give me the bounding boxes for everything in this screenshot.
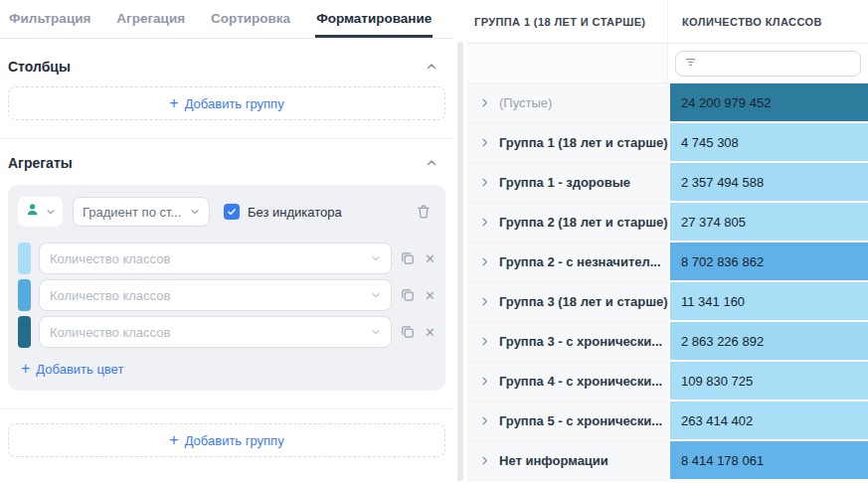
delete-group-button[interactable] [412, 202, 435, 222]
row-label-cell[interactable]: Группа 3 - с хронически... [467, 322, 668, 362]
add-group-button-aggregates[interactable]: + Добавить группу [8, 423, 445, 457]
add-color-label: Добавить цвет [36, 362, 123, 377]
filter-cell-group[interactable] [467, 44, 668, 82]
chevron-up-icon[interactable] [426, 61, 437, 73]
row-label-cell[interactable]: Группа 3 (18 лет и старше) [467, 282, 668, 322]
copy-icon[interactable] [400, 287, 416, 303]
chevron-right-icon[interactable] [479, 137, 490, 148]
remove-color-icon[interactable]: ✕ [425, 289, 435, 302]
panel-scrollbar[interactable] [453, 0, 467, 483]
gradient-color-row: Количество классов ✕ [18, 279, 435, 311]
row-label: Группа 2 - с незначител... [499, 254, 661, 269]
row-value-cell: 24 200 979 452 [668, 83, 868, 123]
scrollbar-thumb[interactable] [457, 42, 463, 481]
chevron-right-icon[interactable] [479, 177, 490, 188]
row-label: Группа 5 - с хронически... [499, 413, 662, 428]
row-label-cell[interactable]: Группа 4 - с хронически... [467, 362, 668, 402]
color-swatch[interactable] [18, 316, 31, 348]
chevron-right-icon[interactable] [479, 296, 490, 307]
remove-color-icon[interactable]: ✕ [425, 326, 435, 339]
remove-color-icon[interactable]: ✕ [425, 252, 435, 265]
data-table: ГРУППА 1 (18 ЛЕТ И СТАРШЕ) КОЛИЧЕСТВО КЛ… [467, 0, 868, 483]
row-value: 4 745 308 [681, 135, 739, 150]
row-label: Группа 4 - с хронически... [499, 374, 662, 389]
table-row: Группа 1 - здоровые 2 357 494 588 [467, 163, 868, 203]
row-value-cell: 27 374 805 [668, 203, 868, 242]
aggregates-section-title: Агрегаты [8, 155, 73, 171]
row-label-cell[interactable]: Группа 2 (18 лет и старше) [467, 203, 668, 242]
chevron-right-icon[interactable] [479, 376, 490, 387]
row-value: 11 341 160 [681, 294, 745, 309]
field-select[interactable]: Количество классов [39, 279, 392, 311]
column-header-group[interactable]: ГРУППА 1 (18 ЛЕТ И СТАРШЕ) [467, 0, 668, 43]
checkbox-checked-icon [224, 204, 240, 220]
color-swatch[interactable] [18, 242, 31, 274]
indicator-type-select[interactable] [18, 197, 63, 227]
tab-aggregation[interactable]: Агрегация [115, 9, 186, 38]
section-divider [0, 408, 453, 409]
add-color-button[interactable]: + Добавить цвет [21, 361, 123, 377]
chevron-right-icon[interactable] [479, 455, 490, 466]
row-label-cell[interactable]: Группа 1 - здоровые [467, 163, 668, 203]
table-row: Группа 2 (18 лет и старше) 27 374 805 [467, 203, 868, 242]
gradient-mode-select[interactable]: Градиент по ст... [73, 197, 210, 227]
row-value: 263 414 402 [681, 413, 753, 428]
settings-panel: Фильтрация Агрегация Сортировка Форматир… [0, 0, 453, 483]
add-group-label: Добавить группу [185, 433, 284, 448]
gradient-color-list: Количество классов ✕ [18, 242, 435, 348]
row-value: 27 374 805 [681, 215, 746, 230]
row-value-cell: 11 341 160 [668, 282, 868, 322]
field-select[interactable]: Количество классов [39, 316, 392, 348]
row-label-cell[interactable]: Нет информации [467, 441, 668, 481]
chevron-down-icon [371, 325, 381, 340]
chevron-right-icon[interactable] [479, 217, 490, 228]
chevron-right-icon[interactable] [479, 97, 490, 108]
row-label: (Пустые) [499, 95, 552, 110]
indicator-type-icon [25, 202, 41, 222]
row-label-cell[interactable]: Группа 1 (18 лет и старше) [467, 123, 668, 163]
color-row-actions: ✕ [400, 250, 435, 266]
row-value-cell: 263 414 402 [668, 402, 868, 441]
color-row-actions: ✕ [400, 287, 435, 303]
copy-icon[interactable] [400, 250, 416, 266]
field-select-placeholder: Количество классов [50, 325, 170, 340]
plus-icon: + [169, 432, 178, 448]
color-swatch[interactable] [18, 279, 31, 311]
plus-icon: + [21, 361, 30, 377]
field-select[interactable]: Количество классов [39, 242, 392, 274]
row-value: 8 702 836 862 [681, 254, 764, 269]
table-row: Группа 3 - с хронически... 2 863 226 892 [467, 322, 868, 362]
chevron-right-icon[interactable] [479, 336, 490, 347]
tab-formatting[interactable]: Форматирование [315, 9, 433, 38]
table-row: Нет информации 8 414 178 061 [467, 441, 868, 481]
add-group-label: Добавить группу [185, 96, 284, 111]
gradient-color-row: Количество классов ✕ [18, 316, 435, 348]
row-label: Группа 3 (18 лет и старше) [499, 294, 668, 309]
chevron-right-icon[interactable] [479, 256, 490, 267]
tabs-bar: Фильтрация Агрегация Сортировка Форматир… [0, 0, 453, 39]
row-label: Группа 2 (18 лет и старше) [499, 215, 668, 230]
copy-icon[interactable] [400, 324, 416, 340]
row-value: 24 200 979 452 [681, 95, 771, 110]
row-value: 8 414 178 061 [681, 453, 764, 468]
row-label-cell[interactable]: Группа 5 - с хронически... [467, 402, 668, 441]
row-label-cell[interactable]: Группа 2 - с незначител... [467, 242, 668, 282]
table-row: (Пустые) 24 200 979 452 [467, 83, 868, 123]
row-label-cell[interactable]: (Пустые) [467, 83, 668, 123]
column-header-count[interactable]: КОЛИЧЕСТВО КЛАССОВ [668, 0, 868, 43]
chevron-right-icon[interactable] [479, 415, 490, 426]
tab-filtering[interactable]: Фильтрация [8, 9, 91, 38]
columns-section-title: Столбцы [8, 59, 71, 75]
field-select-placeholder: Количество классов [50, 288, 170, 303]
add-group-button-columns[interactable]: + Добавить группу [8, 86, 445, 120]
row-value-cell: 8 702 836 862 [668, 242, 868, 282]
no-indicator-checkbox[interactable]: Без индикатора [224, 204, 342, 220]
column-filter-input[interactable] [675, 51, 861, 77]
filter-cell-count [668, 44, 868, 82]
color-row-actions: ✕ [400, 324, 435, 340]
row-label: Группа 1 - здоровые [499, 175, 630, 190]
chevron-up-icon[interactable] [426, 157, 437, 169]
tab-sorting[interactable]: Сортировка [210, 9, 291, 38]
row-value: 109 830 725 [681, 374, 753, 389]
table-body: (Пустые) 24 200 979 452 Группа 1 (18 лет… [467, 83, 868, 481]
